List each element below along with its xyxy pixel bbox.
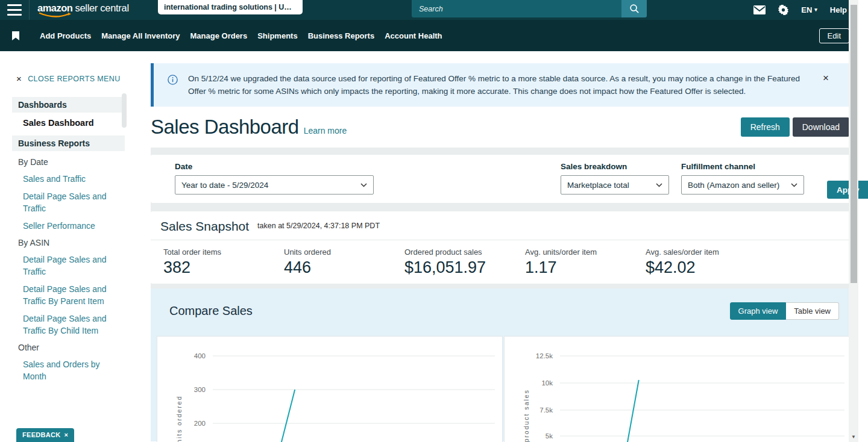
account-selector[interactable]: international trading solutions | U… (158, 0, 303, 14)
nav-item-manage-all-inventory[interactable]: Manage All Inventory (101, 31, 180, 40)
metric-avg-sales-order-item: Avg. sales/order item$42.02 (646, 247, 766, 277)
close-reports-label: CLOSE REPORTS MENU (28, 75, 121, 83)
page-actions: Refresh Download (741, 117, 849, 137)
main-content: On 5/12/24 we upgraded the data source u… (136, 51, 858, 442)
metric-value: $16,051.97 (404, 258, 525, 277)
y-tick-label: 12.5k (536, 352, 553, 360)
info-banner: On 5/12/24 we upgraded the data source u… (151, 63, 858, 107)
sidebar-item-sales-dashboard[interactable]: Sales Dashboard (23, 118, 136, 128)
help-link[interactable]: Help (830, 5, 847, 14)
hamburger-menu-icon[interactable] (7, 4, 22, 16)
amazon-smile-icon (38, 12, 72, 19)
search-icon (629, 4, 640, 14)
chevron-down-icon (791, 183, 797, 187)
banner-close-icon[interactable]: × (823, 72, 829, 84)
feedback-label: FEEDBACK (22, 431, 61, 438)
language-label: EN (801, 5, 812, 14)
info-icon (168, 75, 178, 85)
filter-bar: Date Year to date - 5/29/2024 Sales brea… (151, 155, 858, 203)
date-select-value: Year to date - 5/29/2024 (181, 181, 268, 190)
nav-item-add-products[interactable]: Add Products (40, 31, 91, 40)
nav-item-account-health[interactable]: Account Health (385, 31, 442, 40)
download-button[interactable]: Download (793, 117, 849, 137)
page-scrollbar: ▼ (849, 0, 858, 442)
graph-view-button[interactable]: Graph view (730, 302, 787, 320)
metric-value: 1.17 (525, 258, 646, 277)
page-header: Sales Dashboard Learn more Refresh Downl… (151, 107, 858, 148)
fulfillment-channel-select[interactable]: Both (Amazon and seller) (681, 175, 804, 195)
metric-label: Total order items (163, 247, 284, 257)
sidebar-item-seller-performance[interactable]: Seller Performance (23, 220, 110, 232)
refresh-button[interactable]: Refresh (741, 117, 790, 137)
compare-sales-title: Compare Sales (169, 304, 253, 318)
nav-item-business-reports[interactable]: Business Reports (308, 31, 375, 40)
close-icon: × (64, 431, 69, 438)
metric-value: 446 (284, 258, 404, 277)
table-view-button[interactable]: Table view (786, 302, 839, 320)
bookmark-icon[interactable] (12, 31, 19, 40)
sidebar-scrollbar-thumb[interactable] (122, 93, 127, 128)
sales-breakdown-select[interactable]: Marketplace total (561, 175, 669, 195)
metric-value: 382 (163, 258, 284, 277)
chevron-down-icon: ▾ (814, 7, 817, 13)
search-input[interactable] (412, 0, 621, 17)
sidebar-item-sales-and-orders-by-month[interactable]: Sales and Orders by Month (23, 358, 110, 382)
scrollbar-thumb[interactable] (851, 5, 857, 283)
sidebar-item-detail-page-sales-and-traffic[interactable]: Detail Page Sales and Traffic (23, 254, 110, 278)
snapshot-title: Sales Snapshot (160, 219, 249, 234)
chevron-down-icon (656, 183, 662, 187)
sidebar-items: DashboardsSales DashboardBusiness Report… (16, 97, 136, 382)
feedback-button[interactable]: FEEDBACK× (16, 428, 74, 442)
nav-item-manage-orders[interactable]: Manage Orders (190, 31, 248, 40)
sidebar-group-other: Other (18, 343, 136, 352)
date-select[interactable]: Year to date - 5/29/2024 (175, 175, 374, 195)
edit-button[interactable]: Edit (819, 28, 849, 43)
logo-suffix-text: seller central (75, 2, 128, 13)
series-line-units-ordered (281, 390, 295, 442)
metric-units-ordered: Units ordered446 (284, 247, 404, 277)
nav-item-shipments[interactable]: Shipments (257, 31, 297, 40)
metric-avg-units-order-item: Avg. units/order item1.17 (525, 247, 646, 277)
seller-central-app: amazonseller central international tradi… (0, 0, 858, 442)
search-bar (412, 0, 647, 17)
nav-items: Add ProductsManage All InventoryManage O… (40, 31, 442, 40)
date-filter-group: Date Year to date - 5/29/2024 (175, 162, 374, 195)
sales-snapshot-card: Sales Snapshot taken at 5/29/2024, 4:37:… (151, 211, 858, 284)
metric-label: Units ordered (284, 247, 404, 257)
amazon-seller-central-logo[interactable]: amazonseller central (37, 2, 129, 14)
metric-ordered-product-sales: Ordered product sales$16,051.97 (404, 247, 525, 277)
y-tick-label: 300 (194, 386, 206, 393)
channel-filter-group: Fulfillment channel Both (Amazon and sel… (681, 162, 804, 195)
learn-more-link[interactable]: Learn more (304, 126, 347, 135)
close-icon: × (16, 73, 22, 84)
sidebar-item-detail-page-sales-and-traffic[interactable]: Detail Page Sales and Traffic (23, 190, 110, 214)
topbar-right-group: EN ▾ Help (753, 0, 847, 20)
mail-icon[interactable] (753, 5, 766, 14)
compare-sales-section: Compare Sales Graph view Table view 4003… (151, 288, 858, 441)
scroll-down-arrow-icon[interactable]: ▼ (849, 434, 858, 440)
y-tick-label: 7.5k (539, 406, 553, 414)
sidebar-item-detail-page-sales-and-traffic-by-child-item[interactable]: Detail Page Sales and Traffic By Child I… (23, 313, 110, 337)
sidebar-item-detail-page-sales-and-traffic-by-parent-item[interactable]: Detail Page Sales and Traffic By Parent … (23, 283, 110, 307)
breakdown-filter-group: Sales breakdown Marketplace total (561, 162, 669, 195)
sidebar-header-business-reports: Business Reports (12, 135, 125, 151)
sidebar-item-sales-and-traffic[interactable]: Sales and Traffic (23, 173, 110, 185)
language-selector[interactable]: EN ▾ (801, 5, 817, 14)
metric-total-order-items: Total order items382 (163, 247, 284, 277)
sidebar-group-by-date: By Date (18, 157, 136, 167)
metric-label: Avg. units/order item (525, 247, 646, 257)
sidebar-header-dashboards: Dashboards (12, 97, 125, 113)
banner-message: On 5/12/24 we upgraded the data source u… (154, 63, 858, 98)
y-tick-label: 5k (546, 432, 553, 440)
apply-button[interactable]: Apply (827, 181, 868, 199)
compare-sales-charts: 400300200Units ordered 12.5k10k7.5k5kOrd… (157, 336, 852, 442)
snapshot-timestamp: taken at 5/29/2024, 4:37:18 PM PDT (257, 222, 380, 230)
chart-svg: 12.5k10k7.5k5kOrdered product sales (505, 337, 852, 442)
close-reports-menu[interactable]: × CLOSE REPORTS MENU (16, 73, 136, 84)
snapshot-header: Sales Snapshot taken at 5/29/2024, 4:37:… (151, 211, 858, 240)
breakdown-select-value: Marketplace total (567, 181, 629, 190)
search-button[interactable] (621, 0, 647, 17)
compare-sales-header: Compare Sales Graph view Table view (151, 302, 858, 320)
gear-icon[interactable] (778, 5, 788, 15)
metric-label: Avg. sales/order item (646, 247, 766, 257)
